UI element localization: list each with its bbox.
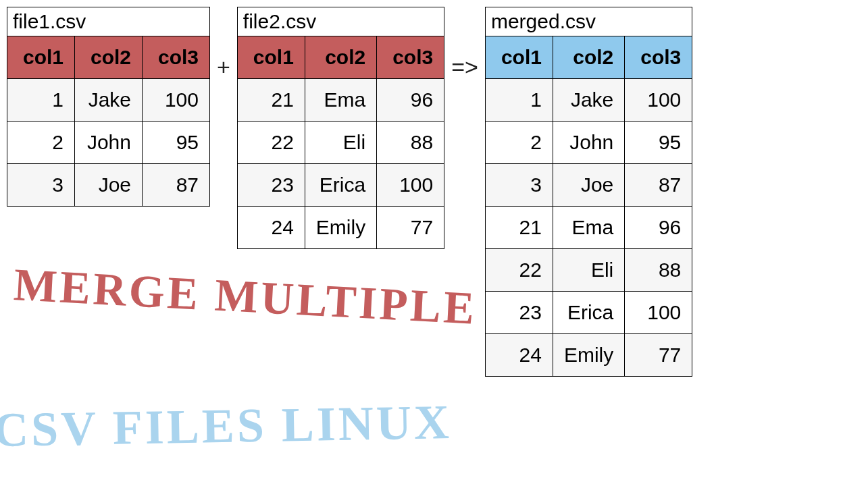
table-cell: Ema bbox=[305, 79, 376, 122]
table-row: 21Ema96 bbox=[237, 79, 444, 122]
table-cell: 22 bbox=[237, 122, 305, 164]
table-cell: 77 bbox=[625, 334, 692, 377]
table-row: 1Jake100 bbox=[7, 79, 210, 122]
table-row: 24Emily77 bbox=[485, 334, 692, 377]
table-cell: Erica bbox=[305, 164, 376, 207]
table-cell: 1 bbox=[485, 79, 553, 122]
table-cell: 100 bbox=[625, 79, 692, 122]
column-header: col2 bbox=[553, 36, 624, 79]
table-cell: 23 bbox=[237, 164, 305, 207]
table-cell: Joe bbox=[75, 164, 143, 207]
table-container-file1: file1.csvcol1col2col31Jake1002John953Joe… bbox=[7, 7, 210, 207]
table-row: 24Emily77 bbox=[237, 207, 444, 249]
table-cell: 23 bbox=[485, 292, 553, 334]
table-row: 1Jake100 bbox=[485, 79, 692, 122]
table-row: 3Joe87 bbox=[485, 164, 692, 207]
table-cell: 21 bbox=[485, 207, 553, 249]
table-cell: 96 bbox=[625, 207, 692, 249]
column-header: col1 bbox=[237, 36, 305, 79]
table-cell: 100 bbox=[143, 79, 210, 122]
table-cell: 3 bbox=[7, 164, 75, 207]
table-cell: Jake bbox=[553, 79, 624, 122]
column-header: col3 bbox=[377, 36, 444, 79]
table-filename: file2.csv bbox=[237, 7, 444, 36]
handwriting-line2: CSV FILES LINUX bbox=[0, 394, 453, 458]
table-cell: 95 bbox=[143, 122, 210, 164]
csv-table: merged.csvcol1col2col31Jake1002John953Jo… bbox=[485, 7, 692, 377]
table-cell: John bbox=[75, 122, 143, 164]
table-cell: 88 bbox=[625, 249, 692, 292]
column-header: col2 bbox=[75, 36, 143, 79]
column-header: col3 bbox=[143, 36, 210, 79]
table-row: 23Erica100 bbox=[237, 164, 444, 207]
arrow-operator: => bbox=[449, 7, 481, 80]
csv-table: file2.csvcol1col2col321Ema9622Eli8823Eri… bbox=[237, 7, 444, 249]
table-container-file2: file2.csvcol1col2col321Ema9622Eli8823Eri… bbox=[237, 7, 444, 249]
table-row: 3Joe87 bbox=[7, 164, 210, 207]
table-cell: 22 bbox=[485, 249, 553, 292]
table-row: 22Eli88 bbox=[485, 249, 692, 292]
table-cell: Eli bbox=[305, 122, 376, 164]
table-filename: merged.csv bbox=[485, 7, 692, 36]
table-cell: 100 bbox=[625, 292, 692, 334]
table-cell: 88 bbox=[377, 122, 444, 164]
tables-row: file1.csvcol1col2col31Jake1002John953Joe… bbox=[7, 7, 861, 377]
table-row: 2John95 bbox=[7, 122, 210, 164]
table-cell: 2 bbox=[7, 122, 75, 164]
column-header: col3 bbox=[625, 36, 692, 79]
table-cell: Erica bbox=[553, 292, 624, 334]
column-header: col1 bbox=[7, 36, 75, 79]
table-cell: 24 bbox=[237, 207, 305, 249]
table-row: 2John95 bbox=[485, 122, 692, 164]
table-cell: 2 bbox=[485, 122, 553, 164]
table-container-merged: merged.csvcol1col2col31Jake1002John953Jo… bbox=[485, 7, 692, 377]
table-cell: 95 bbox=[625, 122, 692, 164]
table-cell: Jake bbox=[75, 79, 143, 122]
table-cell: 96 bbox=[377, 79, 444, 122]
table-cell: Joe bbox=[553, 164, 624, 207]
table-cell: Ema bbox=[553, 207, 624, 249]
table-row: 22Eli88 bbox=[237, 122, 444, 164]
table-cell: Emily bbox=[553, 334, 624, 377]
table-cell: 21 bbox=[237, 79, 305, 122]
table-cell: 100 bbox=[377, 164, 444, 207]
table-cell: 1 bbox=[7, 79, 75, 122]
table-cell: Eli bbox=[553, 249, 624, 292]
table-row: 21Ema96 bbox=[485, 207, 692, 249]
table-filename: file1.csv bbox=[7, 7, 210, 36]
table-cell: 87 bbox=[143, 164, 210, 207]
plus-operator: + bbox=[214, 7, 233, 80]
csv-table: file1.csvcol1col2col31Jake1002John953Joe… bbox=[7, 7, 210, 207]
column-header: col2 bbox=[305, 36, 376, 79]
table-row: 23Erica100 bbox=[485, 292, 692, 334]
table-cell: John bbox=[553, 122, 624, 164]
table-cell: 24 bbox=[485, 334, 553, 377]
table-cell: 87 bbox=[625, 164, 692, 207]
table-cell: Emily bbox=[305, 207, 376, 249]
table-cell: 77 bbox=[377, 207, 444, 249]
table-cell: 3 bbox=[485, 164, 553, 207]
column-header: col1 bbox=[485, 36, 553, 79]
